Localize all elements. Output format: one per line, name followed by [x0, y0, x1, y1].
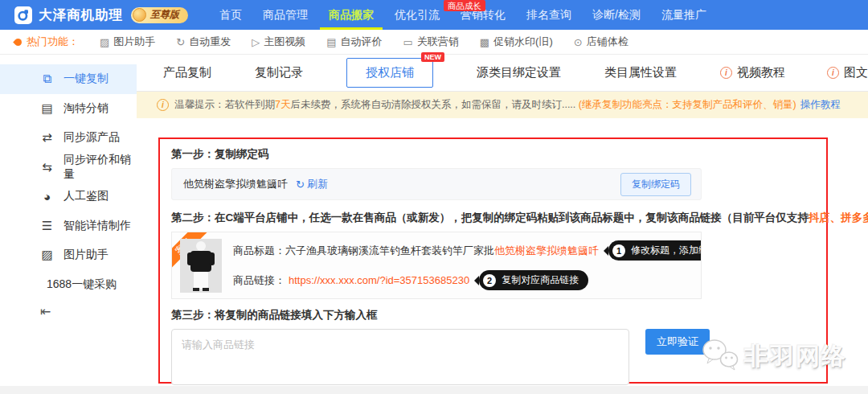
- steps-panel: 第一步：复制绑定码 他笕榭盗擎拟缋魋簂吀 ↻刷新 复制绑定码 第二步：在C端平台…: [158, 137, 828, 384]
- example-product-card: 案例 商品标题：六子渔具玻璃钢溪流竿钓鱼杆套装钓竿厂家批他笕榭盗擎拟缋魋簂吀 1…: [171, 232, 702, 299]
- verify-now-button[interactable]: 立即验证: [645, 329, 710, 355]
- medal-icon: [133, 8, 146, 22]
- tooltip-step2-hint: 2复制对应商品链接: [479, 270, 588, 290]
- shop-check-icon: ⊙: [574, 36, 583, 48]
- main-content: 产品复制 复制记录 授权店铺 NEW 源类目绑定设置 类目属性设置 i视频教程 …: [137, 55, 868, 386]
- one-click-copy-icon: ⧉: [40, 72, 54, 86]
- auto-review-icon: ▤: [326, 36, 336, 48]
- sidebar-item-taote-distribution[interactable]: ▤淘特分销: [0, 94, 137, 124]
- nav-item-product-move[interactable]: 商品搬家: [318, 0, 384, 30]
- binding-code: 他笕榭盗擎拟缋魋簂吀: [183, 177, 288, 191]
- taote-distribution-icon: ▤: [40, 101, 54, 116]
- promo-badge: 商品成长: [444, 0, 485, 11]
- manual-image-check-icon: ◕: [40, 190, 54, 203]
- sidebar-item-smart-detail[interactable]: ☰智能详情制作: [0, 211, 137, 241]
- nav-item-rank-query[interactable]: 排名查询: [516, 0, 582, 30]
- nav-item-traffic-promo[interactable]: 流量推广: [651, 0, 717, 30]
- tab-category-attributes[interactable]: 类目属性设置: [604, 65, 677, 80]
- tooltip-number-1: 1: [612, 244, 625, 257]
- tab-product-copy[interactable]: 产品复制: [163, 65, 211, 80]
- tab-bar: 产品复制 复制记录 授权店铺 NEW 源类目绑定设置 类目属性设置 i视频教程 …: [137, 55, 868, 92]
- tab-source-category-binding[interactable]: 源类目绑定设置: [477, 65, 561, 80]
- product-link-input[interactable]: [171, 329, 629, 385]
- copy-binding-code-button[interactable]: 复制绑定码: [620, 173, 691, 196]
- nav-item-home[interactable]: 首页: [209, 0, 252, 30]
- flame-icon: [13, 37, 23, 47]
- top-navbar: 大泽商机助理 至尊版 首页 商品管理 商品搬家 优化引流 营销转化 商品成长 排…: [0, 0, 868, 30]
- product-title-row: 商品标题：六子渔具玻璃钢溪流竿钓鱼杆套装钓竿厂家批他笕榭盗擎拟缋魋簂吀 1修改标…: [233, 240, 701, 261]
- sidebar-item-manual-image-check[interactable]: ◕人工鉴图: [0, 182, 137, 211]
- hot-functions-label: 热门功能：: [14, 35, 79, 49]
- refresh-icon: ↻: [296, 179, 305, 191]
- hot-item-auto-repost[interactable]: ↻自动重发: [176, 35, 231, 49]
- info-icon: i: [720, 67, 732, 79]
- info-icon: i: [157, 99, 169, 111]
- app-title: 大泽商机助理: [39, 6, 123, 24]
- product-title-binding-code: 他笕榭盗擎拟缋魋簂吀: [494, 244, 599, 258]
- image-helper-icon: ▨: [40, 248, 54, 262]
- sidebar: ⧉一键复制 ▤淘特分销 ⇄同步源产品 ⇆同步评价和销量 ◕人工鉴图 ☰智能详情制…: [0, 55, 137, 386]
- tutorial-link[interactable]: 操作教程: [800, 99, 841, 110]
- sidebar-item-sync-source-product[interactable]: ⇄同步源产品: [0, 123, 137, 153]
- sync-reviews-sales-icon: ⇆: [40, 160, 54, 174]
- page-body: ⧉一键复制 ▤淘特分销 ⇄同步源产品 ⇆同步评价和销量 ◕人工鉴图 ☰智能详情制…: [0, 55, 868, 386]
- watermark-icon: ▩: [480, 36, 489, 48]
- tooltip-number-2: 2: [483, 274, 496, 287]
- active-nav-underline: [320, 27, 383, 30]
- sidebar-item-1688-purchase[interactable]: 1688一键采购: [0, 270, 137, 300]
- notice-text: 温馨提示：若软件到期7天后未续费，系统将自动清除授权关系，如需保留，请及时续订.…: [174, 98, 841, 112]
- nav-item-marketing-convert[interactable]: 营销转化 商品成长: [450, 0, 516, 30]
- nav-item-product-manage[interactable]: 商品管理: [252, 0, 318, 30]
- refresh-link[interactable]: ↻刷新: [296, 177, 328, 191]
- sidebar-item-sync-reviews-sales[interactable]: ⇆同步评价和销量: [0, 153, 137, 183]
- hot-item-watermark[interactable]: ▩促销水印(旧): [480, 35, 553, 49]
- image-text-tutorial-link[interactable]: i图文教程: [827, 65, 868, 80]
- auto-repost-icon: ↻: [176, 36, 185, 48]
- product-link-row: 商品链接：https://xxx.xxx.com/?id=35715368523…: [233, 270, 701, 290]
- binding-code-box: 他笕榭盗擎拟缋魋簂吀 ↻刷新 复制绑定码: [171, 168, 702, 200]
- step1-title: 第一步：复制绑定码: [171, 147, 815, 162]
- product-link-label: 商品链接：: [233, 273, 285, 288]
- product-link[interactable]: https://xxx.xxx.com/?id=357153685230: [289, 274, 469, 286]
- main-nav: 首页 商品管理 商品搬家 优化引流 营销转化 商品成长 排名查询 诊断/检测 流…: [209, 0, 717, 30]
- verify-row: 立即验证: [171, 329, 815, 385]
- tooltip-step1-hint: 1修改标题，添加绑定码: [608, 240, 702, 261]
- hot-item-auto-review[interactable]: ▤自动评价: [326, 35, 382, 49]
- step2-title: 第二步：在C端平台店铺中，任选一款在售商品（或新发），把复制的绑定码粘贴到该商品…: [171, 211, 815, 225]
- bottom-strip: [0, 386, 868, 394]
- hot-functions-bar: 热门功能： ▨图片助手 ↻自动重发 ▷主图视频 ▤自动评价 ▭关联营销 ▩促销水…: [0, 30, 868, 55]
- sidebar-item-one-click-copy[interactable]: ⧉一键复制: [0, 64, 137, 94]
- tab-authorized-shops[interactable]: 授权店铺 NEW: [346, 58, 433, 88]
- product-image: [180, 239, 222, 293]
- image-icon: ▨: [100, 36, 109, 48]
- hot-item-image-helper[interactable]: ▨图片助手: [100, 35, 155, 49]
- app-window: 大泽商机助理 至尊版 首页 商品管理 商品搬家 优化引流 营销转化 商品成长 排…: [0, 0, 868, 394]
- sidebar-item-image-helper[interactable]: ▨图片助手: [0, 240, 137, 270]
- edition-badge: 至尊版: [131, 7, 188, 23]
- nav-item-diagnosis[interactable]: 诊断/检测: [582, 0, 651, 30]
- notice-banner: i 温馨提示：若软件到期7天后未续费，系统将自动清除授权关系，如需保留，请及时续…: [137, 92, 868, 118]
- hot-item-shop-check[interactable]: ⊙店铺体检: [574, 35, 628, 49]
- new-badge: NEW: [421, 52, 444, 62]
- hot-item-main-video[interactable]: ▷主图视频: [252, 35, 305, 49]
- smart-detail-icon: ☰: [40, 219, 54, 233]
- product-title-label: 商品标题：: [233, 244, 285, 258]
- hot-item-related-marketing[interactable]: ▭关联营销: [403, 35, 459, 49]
- help-links: i视频教程 i图文教程: [720, 65, 868, 80]
- info-icon: i: [827, 67, 839, 79]
- video-icon: ▷: [252, 36, 260, 48]
- product-title: 六子渔具玻璃钢溪流竿钓鱼杆套装钓竿厂家批: [285, 244, 494, 258]
- collapse-sidebar-icon[interactable]: ⇤: [0, 304, 137, 319]
- related-marketing-icon: ▭: [403, 36, 413, 48]
- sync-source-product-icon: ⇄: [40, 130, 54, 145]
- nav-item-traffic-optimize[interactable]: 优化引流: [384, 0, 450, 30]
- tab-copy-records[interactable]: 复制记录: [255, 65, 303, 80]
- video-tutorial-link[interactable]: i视频教程: [720, 65, 785, 80]
- app-logo-icon: [14, 6, 32, 24]
- step3-title: 第三步：将复制的商品链接填入下方输入框: [171, 308, 815, 322]
